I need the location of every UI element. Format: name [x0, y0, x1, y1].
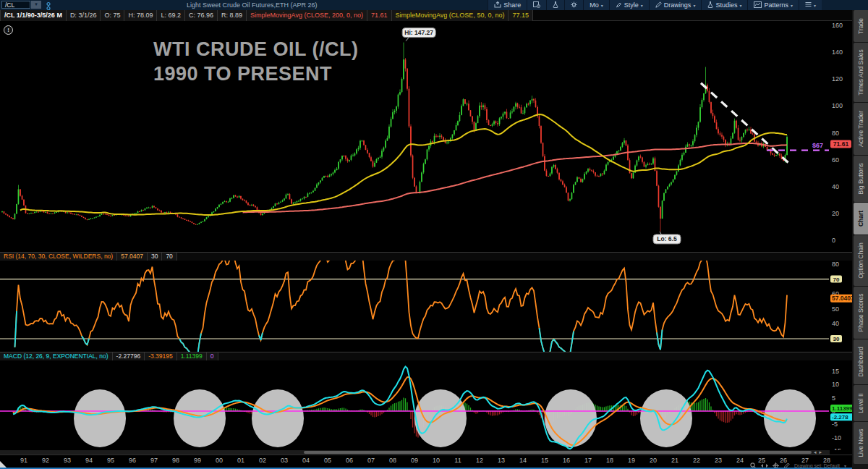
toolbar-button-drawings[interactable]: Drawings▾	[649, 0, 702, 10]
symbol-input[interactable]: /CL	[1, 1, 30, 9]
rsi-high-band: 70	[162, 253, 176, 261]
macd-hist-value: 1.11399	[177, 352, 207, 360]
svg-text:120: 120	[832, 75, 843, 83]
sma50-study-value: 77.15	[509, 10, 533, 21]
scrollbar-thumb[interactable]	[304, 451, 812, 454]
toolbar-button-patterns[interactable]: Patterns▾	[747, 0, 799, 10]
ohlc-cells: D: 3/1/26O: 75H: 78.09L: 69.2C: 76.96R: …	[67, 10, 247, 20]
symbol-dropdown-button[interactable]: ▾	[31, 1, 41, 9]
menu-icon	[805, 1, 812, 9]
top-toolbar: /CL ▾ Light Sweet Crude Oil Futures,ETH …	[0, 0, 868, 10]
chart-range-label: /CL 1/1/90-3/5/26 M	[0, 10, 67, 21]
symbol-description: Light Sweet Crude Oil Futures,ETH (APR 2…	[187, 1, 318, 9]
sidebar-tab-phase-scores[interactable]: Phase Scores	[854, 287, 868, 339]
candlestick-chart[interactable]: $6716014012010080604020071.61Hi: 147.27L…	[0, 21, 852, 252]
toolbar-button-style[interactable]: Style▾	[609, 0, 649, 10]
chevron-down-icon: ▾	[814, 3, 816, 8]
svg-text:$67: $67	[812, 142, 823, 149]
ohlc-cell: L: 69.2	[157, 10, 185, 21]
macd-zero-value: 0	[207, 352, 218, 360]
toolbar-button-menu-icon[interactable]: ▾	[799, 0, 822, 10]
sidebar-tab-trade[interactable]: Trade	[854, 10, 868, 42]
symbol-link-icon[interactable]	[45, 1, 52, 9]
svg-text:40: 40	[832, 183, 839, 190]
macd-signal-value: -3.39195	[145, 352, 177, 360]
style-icon	[616, 1, 622, 9]
svg-text:5: 5	[832, 394, 835, 402]
rsi-study-label[interactable]: RSI (14, 70, 30, CLOSE, WILDERS, no)	[0, 253, 117, 261]
chevron-down-icon: ▾	[693, 3, 695, 8]
sidebar-tab-dashboard[interactable]: Dashboard	[854, 339, 868, 384]
patterns-icon	[754, 1, 762, 9]
sidebar-tab-times-and-sales[interactable]: Times And Sales	[854, 43, 868, 102]
chevron-down-icon: ▾	[739, 3, 741, 8]
svg-text:71.61: 71.61	[833, 140, 849, 148]
sma50-study-label[interactable]: SimpleMovingAvg (CLOSE, 50, 0, no)	[392, 10, 509, 21]
toolbar-button-mo[interactable]: Mo▾	[583, 0, 609, 10]
toolbar-button-flask-icon[interactable]	[546, 0, 564, 10]
right-sidebar-tabs: TradeTimes And SalesActive TraderBig But…	[852, 10, 868, 469]
sma200-study-label[interactable]: SimpleMovingAvg (CLOSE, 200, 0, no)	[247, 10, 367, 21]
ohlc-cell: H: 78.09	[124, 10, 157, 21]
svg-text:70: 70	[833, 276, 840, 283]
svg-text:160: 160	[832, 22, 843, 29]
svg-text:100: 100	[832, 102, 843, 109]
ohlc-cell: D: 3/1/26	[67, 10, 101, 21]
flask-icon	[707, 1, 713, 9]
svg-text:40: 40	[832, 320, 839, 327]
sidebar-tab-big-buttons[interactable]: Big Buttons	[854, 156, 868, 202]
sidebar-tab-chart[interactable]: Chart	[854, 203, 868, 234]
thinkorswim-app: /CL ▾ Light Sweet Crude Oil Futures,ETH …	[0, 0, 868, 469]
chevron-down-icon: ▾	[791, 3, 793, 8]
toolbar-button-alert-chart-icon[interactable]	[527, 0, 546, 10]
toolbar-buttons: ShareMo▾Style▾Drawings▾Studies▾Patterns▾…	[488, 0, 822, 10]
chevron-down-icon: ▾	[641, 3, 643, 8]
toolbar-button-studies[interactable]: Studies▾	[701, 0, 747, 10]
sidebar-tab-level-ii[interactable]: Level II	[854, 385, 868, 421]
gear-icon	[571, 1, 577, 9]
svg-text:-2.278: -2.278	[832, 414, 848, 421]
macd-header-row: MACD (12, 26, 9, EXPONENTIAL, no) -2.277…	[0, 352, 868, 360]
rsi-value: 57.0407	[117, 253, 148, 261]
sidebar-tab-option-chain[interactable]: Option Chain	[854, 235, 868, 286]
resize-grip[interactable]	[0, 461, 7, 468]
svg-text:50: 50	[832, 305, 839, 313]
chart-warning-icon[interactable]: !	[4, 25, 13, 35]
ohlc-cell: O: 75	[101, 10, 124, 21]
svg-text:15: 15	[832, 368, 839, 375]
svg-text:-10: -10	[832, 434, 841, 441]
sidebar-tab-live-news[interactable]: Live News	[854, 422, 868, 464]
sma200-study-value: 71.61	[367, 10, 392, 21]
svg-text:30: 30	[833, 336, 840, 342]
svg-text:60: 60	[832, 156, 839, 164]
ohlc-cell: R: 8.89	[218, 10, 247, 21]
macd-study-label[interactable]: MACD (12, 26, 9, EXPONENTIAL, no)	[0, 352, 113, 360]
macd-panel[interactable]: 151050-5-10-151.11399-2.278	[0, 360, 852, 450]
svg-text:Lo: 6.5: Lo: 6.5	[657, 235, 677, 242]
flask-icon	[553, 1, 558, 9]
rsi-low-band: 30	[148, 253, 162, 261]
svg-text:-5: -5	[832, 421, 838, 428]
svg-text:80: 80	[832, 261, 839, 268]
main-price-chart[interactable]: $6716014012010080604020071.61Hi: 147.27L…	[0, 21, 852, 252]
alert-chart-icon	[533, 1, 540, 9]
chart-title-annotation: WTI CRUDE OIL (/CL) 1990 TO PRESENT	[153, 37, 358, 86]
svg-text:Hi: 147.27: Hi: 147.27	[404, 29, 433, 36]
sidebar-tab-active-trader[interactable]: Active Trader	[854, 103, 868, 155]
rsi-header-row: RSI (14, 70, 30, CLOSE, WILDERS, no) 57.…	[0, 252, 868, 261]
rsi-panel[interactable]: 80605040703057.0407	[0, 261, 852, 352]
share-icon	[494, 1, 501, 9]
toolbar-button-share[interactable]: Share	[488, 0, 527, 10]
svg-text:1.11399: 1.11399	[832, 405, 852, 412]
ohlc-cell: C: 76.96	[185, 10, 218, 21]
svg-text:0: 0	[832, 237, 835, 244]
svg-text:20: 20	[832, 210, 839, 217]
svg-text:57.0407: 57.0407	[832, 295, 852, 302]
svg-text:140: 140	[832, 48, 843, 56]
ohlc-row: /CL 1/1/90-3/5/26 M D: 3/1/26O: 75H: 78.…	[0, 10, 868, 21]
svg-text:80: 80	[832, 130, 839, 137]
toolbar-button-gear-icon[interactable]	[564, 0, 583, 10]
pencil-icon	[655, 1, 662, 9]
chevron-down-icon: ▾	[601, 3, 603, 8]
svg-text:10: 10	[832, 381, 839, 388]
